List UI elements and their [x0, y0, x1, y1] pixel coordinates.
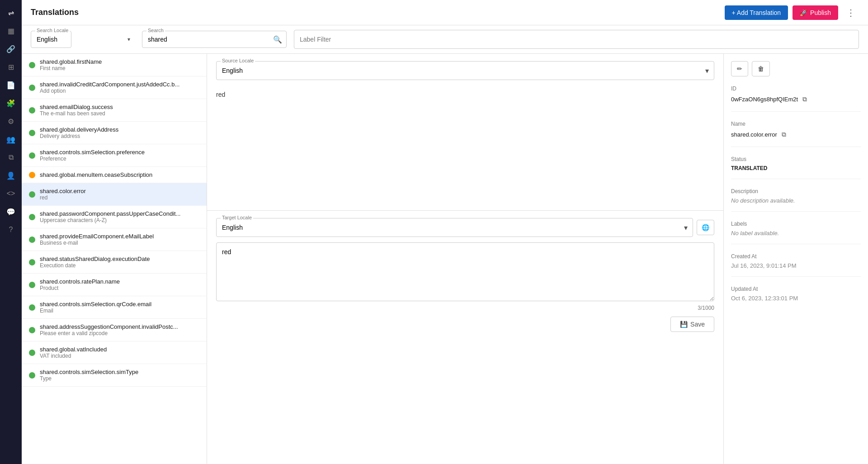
detail-description-section: Description No description available.	[731, 188, 861, 212]
main-area: Translations + Add Translation 🚀 Publish…	[22, 0, 868, 464]
more-options-button[interactable]: ⋮	[843, 5, 859, 20]
status-dot	[29, 282, 35, 288]
search-locale-select[interactable]: English	[31, 31, 71, 48]
save-button[interactable]: 💾 Save	[670, 317, 714, 332]
list-item[interactable]: shared.emailDialog.success The e-mail ha…	[22, 99, 207, 122]
id-text: 0wFzaON6gs8hpfQIEm2t	[731, 96, 798, 103]
sidebar-icon-chat[interactable]: 💬	[3, 204, 19, 220]
list-item[interactable]: shared.global.vatIncluded VAT included	[22, 341, 207, 364]
item-content: shared.emailDialog.success The e-mail ha…	[40, 104, 199, 117]
page-header: Translations + Add Translation 🚀 Publish…	[22, 0, 868, 25]
sidebar-icon-puzzle[interactable]: 🧩	[3, 95, 19, 111]
detail-name-section: Name shared.color.error ⧉	[731, 121, 861, 147]
chat-icon: 💬	[6, 208, 15, 216]
list-item[interactable]: shared.controls.simSelection.simType Typ…	[22, 364, 207, 387]
list-item[interactable]: shared.invalidCreditCardComponent.justAd…	[22, 76, 207, 99]
list-item[interactable]: shared.controls.simSelection.preference …	[22, 144, 207, 167]
filter-bar: Search Locale English Search 🔍	[22, 25, 868, 54]
item-content: shared.statusSharedDialog.executionDate …	[40, 256, 199, 269]
sidebar-icon-settings[interactable]: ⚙	[3, 113, 19, 129]
grid-icon: ⊞	[8, 63, 14, 71]
list-item[interactable]: shared.global.firstName First name	[22, 54, 207, 76]
detail-actions: ✏ 🗑	[731, 61, 861, 76]
item-value: Add option	[40, 88, 199, 94]
sidebar-icon-help[interactable]: ?	[3, 222, 19, 238]
item-content: shared.global.firstName First name	[40, 58, 199, 71]
labels-text: No label available.	[731, 230, 779, 237]
sidebar-icon-link[interactable]: 🔗	[3, 41, 19, 57]
edit-icon: ✏	[737, 65, 742, 72]
sidebar-icon-people[interactable]: 👥	[3, 131, 19, 147]
item-key: shared.controls.ratePlan.name	[40, 278, 199, 285]
detail-id-section: ID 0wFzaON6gs8hpfQIEm2t ⧉	[731, 85, 861, 112]
list-item[interactable]: shared.passwordComponent.passUpperCaseCo…	[22, 206, 207, 228]
status-dot	[29, 372, 35, 379]
list-item[interactable]: shared.provideEmailComponent.eMailLabel …	[22, 228, 207, 251]
sidebar-icon-document[interactable]: 📄	[3, 77, 19, 93]
item-content: shared.global.vatIncluded VAT included	[40, 346, 199, 359]
detail-updated-section: Updated At Oct 6, 2023, 12:33:01 PM	[731, 286, 861, 309]
list-item[interactable]: shared.controls.ratePlan.name Product	[22, 274, 207, 296]
status-dot	[29, 259, 35, 265]
target-locale-select[interactable]: English	[216, 218, 693, 237]
status-dot	[29, 191, 35, 198]
item-content: shared.controls.simSelection.qrCode.emai…	[40, 301, 199, 314]
help-icon: ?	[9, 226, 13, 234]
status-dot	[29, 130, 35, 136]
sidebar-icon-dashboard[interactable]: ▦	[3, 23, 19, 39]
sidebar-icon-grid[interactable]: ⊞	[3, 59, 19, 75]
copy-name-button[interactable]: ⧉	[781, 130, 787, 139]
status-dot	[29, 62, 35, 68]
list-item[interactable]: shared.color.error red	[22, 183, 207, 206]
save-row: 💾 Save	[216, 317, 714, 332]
copy-id-button[interactable]: ⧉	[802, 95, 808, 104]
target-translation-textarea[interactable]: red	[216, 242, 714, 301]
updated-at-text: Oct 6, 2023, 12:33:01 PM	[731, 295, 798, 302]
item-value: Please enter a valid zipcode	[40, 330, 199, 336]
item-value: Delivery address	[40, 133, 199, 139]
content-area: shared.global.firstName First name share…	[22, 54, 868, 464]
search-input[interactable]	[142, 31, 287, 48]
item-content: shared.addressSuggestionComponent.invali…	[40, 323, 199, 336]
edit-button[interactable]: ✏	[731, 61, 748, 76]
sidebar-icon-code[interactable]: <>	[3, 185, 19, 202]
search-icon-button[interactable]: 🔍	[273, 35, 282, 44]
add-translation-button[interactable]: + Add Translation	[725, 5, 788, 20]
item-key: shared.addressSuggestionComponent.invali…	[40, 323, 199, 330]
puzzle-icon: 🧩	[6, 99, 15, 108]
status-dot	[29, 237, 35, 243]
copy-icon: ⧉	[802, 95, 807, 103]
item-content: shared.passwordComponent.passUpperCaseCo…	[40, 210, 199, 223]
item-content: shared.global.menuItem.ceaseSubscription	[40, 171, 199, 178]
sidebar-icon-translate[interactable]: ⇌	[3, 5, 19, 21]
search-locale-label: Search Locale	[35, 28, 70, 33]
detail-labels-value: No label available.	[731, 230, 861, 237]
code-icon: <>	[7, 189, 15, 198]
list-item[interactable]: shared.addressSuggestionComponent.invali…	[22, 319, 207, 341]
list-item[interactable]: shared.global.deliveryAddress Delivery a…	[22, 122, 207, 144]
source-locale-select[interactable]: English	[216, 61, 714, 80]
detail-created-value: Jul 16, 2023, 9:01:14 PM	[731, 262, 861, 269]
label-filter-input[interactable]	[294, 30, 859, 49]
source-locale-label: Source Locale	[221, 58, 255, 63]
target-locale-label: Target Locale	[221, 215, 253, 220]
source-locale-section: Source Locale English red	[207, 54, 723, 211]
target-locale-section: Target Locale English 🌐 red 3/1000 💾 Sav…	[207, 211, 723, 339]
list-item[interactable]: shared.global.menuItem.ceaseSubscription	[22, 167, 207, 183]
delete-button[interactable]: 🗑	[752, 61, 770, 76]
list-item[interactable]: shared.controls.simSelection.qrCode.emai…	[22, 296, 207, 319]
status-dot	[29, 172, 35, 178]
sidebar-icon-person-arrow[interactable]: 👤	[3, 167, 19, 184]
status-dot	[29, 214, 35, 220]
list-item[interactable]: shared.statusSharedDialog.executionDate …	[22, 251, 207, 274]
item-value: Email	[40, 308, 199, 314]
sidebar-icon-layers[interactable]: ⧉	[3, 149, 19, 166]
search-field-wrapper: Search 🔍	[142, 31, 287, 48]
layers-icon: ⧉	[9, 153, 14, 161]
detail-id-value: 0wFzaON6gs8hpfQIEm2t ⧉	[731, 95, 861, 104]
item-content: shared.controls.simSelection.simType Typ…	[40, 369, 199, 382]
publish-button[interactable]: 🚀 Publish	[793, 5, 838, 20]
detail-description-label: Description	[731, 188, 861, 194]
detail-description-value: No description available.	[731, 197, 861, 204]
auto-translate-button[interactable]: 🌐	[697, 220, 714, 235]
